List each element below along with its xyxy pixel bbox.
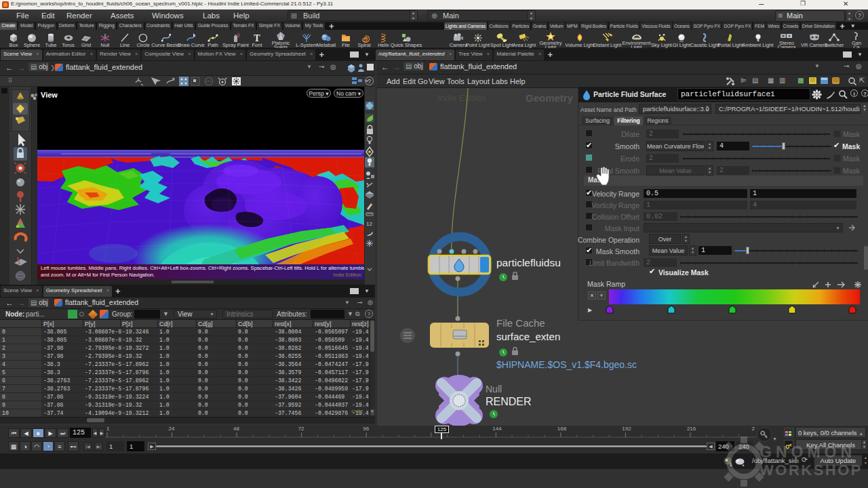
svg-text:12: 12 [366,221,372,227]
svg-text:Left mouse tumbles. Middle pan: Left mouse tumbles. Middle pans. Right d… [41,265,364,271]
svg-text:GNOMON: GNOMON [760,443,856,461]
svg-text:T: T [254,33,260,43]
svg-text:and zoom. M or Alt+M for First: and zoom. M or Alt+M for First Person Na… [41,272,155,278]
svg-text:WORKSHOP: WORKSHOP [760,462,863,479]
svg-text:Indie Edition: Indie Edition [333,272,361,278]
